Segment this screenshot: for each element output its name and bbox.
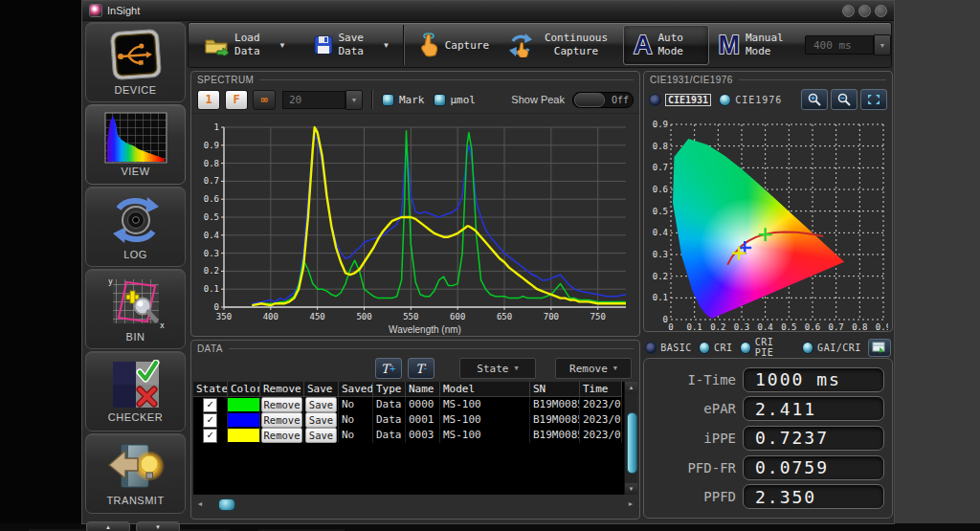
zoom-out-button[interactable] <box>831 89 858 110</box>
remove-button[interactable]: Remove <box>261 397 302 412</box>
bin-chart-icon: y x <box>107 276 165 329</box>
mark-toggle-led[interactable] <box>382 94 394 106</box>
cri-pie-label[interactable]: CRI PIE <box>755 337 795 358</box>
column-header-name[interactable]: Name <box>406 382 440 397</box>
state-checkbox[interactable]: ✓ <box>203 413 217 428</box>
svg-text:0.8: 0.8 <box>204 159 219 168</box>
remove-button[interactable]: Remove <box>261 412 302 428</box>
scroll-left-icon[interactable]: ◄ <box>195 500 205 507</box>
average-count-dropdown-icon[interactable]: ▼ <box>345 90 363 110</box>
cie1931-label[interactable]: CIE1931 <box>665 94 711 106</box>
titlebar[interactable]: InSight <box>82 1 894 21</box>
color-swatch[interactable] <box>228 413 259 427</box>
sidebar-scroll-up-button[interactable]: ▲ <box>86 521 130 531</box>
gai-cri-radio[interactable] <box>802 342 813 354</box>
full-view-button[interactable]: F <box>225 90 248 110</box>
vertical-scroll-thumb[interactable] <box>627 412 637 474</box>
cie1976-radio[interactable] <box>719 94 731 106</box>
zoom-in-button[interactable] <box>801 89 828 110</box>
column-header-sn[interactable]: SN <box>530 382 580 397</box>
umol-toggle-led[interactable] <box>434 94 446 106</box>
cie1931-radio[interactable] <box>649 94 661 106</box>
svg-text:650: 650 <box>497 312 512 321</box>
sidebar-item-log[interactable]: LOG <box>85 187 186 267</box>
close-button[interactable] <box>875 5 887 17</box>
continuous-capture-button[interactable]: Continuous Capture <box>499 23 623 67</box>
sidebar-item-device[interactable]: DEVICE <box>85 22 186 102</box>
save-data-button[interactable]: Save Data ▼ <box>304 23 400 67</box>
measurement-tabs: BASIC CRI CRI PIE GAI/CRI <box>643 340 893 355</box>
cri-radio[interactable] <box>699 342 710 354</box>
gai-cri-label[interactable]: GAI/CRI <box>817 343 861 353</box>
cie1976-label[interactable]: CIE1976 <box>735 95 782 105</box>
column-header-saved[interactable]: Saved <box>339 382 373 397</box>
sidebar-item-checker[interactable]: CHECKER <box>85 351 186 431</box>
column-header-model[interactable]: Model <box>440 382 530 397</box>
color-swatch[interactable] <box>228 398 259 411</box>
mark-label: Mark <box>399 94 425 106</box>
remove-menu-button[interactable]: Remove▼ <box>555 358 632 379</box>
auto-mode-button[interactable]: A Auto Mode <box>623 25 709 65</box>
column-header-time[interactable]: Time <box>580 382 622 397</box>
add-row-button[interactable]: T+ <box>375 358 402 379</box>
column-header-type[interactable]: Type <box>373 382 406 397</box>
column-header-save[interactable]: Save <box>304 382 339 397</box>
export-button[interactable] <box>868 339 891 357</box>
state-menu-button[interactable]: State▼ <box>459 358 536 379</box>
single-view-button[interactable]: 1 <box>197 90 220 110</box>
infinity-average-button[interactable]: ∞ <box>253 90 276 110</box>
load-data-button[interactable]: Load Data ▼ <box>194 23 296 67</box>
average-count-select[interactable]: 20 ▼ <box>282 90 363 110</box>
state-checkbox[interactable]: ✓ <box>203 429 217 443</box>
sidebar-item-bin[interactable]: y x BIN <box>85 269 186 349</box>
svg-text:0.4: 0.4 <box>204 231 219 240</box>
column-header-color[interactable]: Color <box>228 382 260 397</box>
column-header-remove[interactable]: Remove <box>260 382 304 397</box>
svg-text:y: y <box>108 277 113 286</box>
state-checkbox[interactable]: ✓ <box>203 398 217 412</box>
horizontal-scroll-thumb[interactable] <box>218 498 235 511</box>
table-vertical-scrollbar[interactable]: ▲ ▼ <box>624 382 637 495</box>
type-cell: Data <box>373 428 406 443</box>
name-cell: 0003 <box>406 428 440 443</box>
ippe-label: iPPE <box>703 431 736 446</box>
svg-text:750: 750 <box>590 312 606 321</box>
state-checkbox-cell: ✓ <box>193 428 228 443</box>
svg-text:0.5: 0.5 <box>204 212 219 222</box>
scroll-right-icon[interactable]: ► <box>626 500 635 507</box>
capture-button[interactable]: Capture <box>409 23 499 67</box>
svg-text:0.3: 0.3 <box>204 249 219 258</box>
pfdfr-label: PFD-FR <box>687 460 736 476</box>
open-folder-icon <box>204 34 229 55</box>
basic-label[interactable]: BASIC <box>660 343 692 353</box>
remove-button[interactable]: Remove <box>261 428 302 443</box>
show-peak-toggle[interactable]: Off <box>572 92 634 108</box>
average-count-value: 20 <box>282 91 345 109</box>
sidebar-scroll-down-button[interactable]: ▼ <box>136 521 180 531</box>
integration-time-select[interactable]: 400 ms ▼ <box>805 34 891 55</box>
sidebar-item-transmit[interactable]: TRANSMIT <box>85 433 186 514</box>
color-swatch[interactable] <box>228 429 259 442</box>
table-row: ✓RemoveSaveNoData0003MS-100B19M00852023/… <box>193 428 637 443</box>
fit-view-button[interactable] <box>860 89 887 110</box>
maximize-button[interactable] <box>858 5 871 17</box>
column-header-state[interactable]: State <box>193 382 228 397</box>
cri-label[interactable]: CRI <box>714 343 733 353</box>
manual-mode-icon: M <box>719 33 741 58</box>
save-button[interactable]: Save <box>305 428 338 443</box>
integration-time-dropdown-icon[interactable]: ▼ <box>874 34 891 55</box>
manual-mode-button[interactable]: M Manual Mode <box>709 23 796 67</box>
save-button[interactable]: Save <box>305 397 338 412</box>
minimize-button[interactable] <box>842 5 855 17</box>
usb-icon <box>106 29 166 82</box>
save-button[interactable]: Save <box>305 412 338 428</box>
cri-pie-radio[interactable] <box>740 342 751 354</box>
scroll-up-icon[interactable]: ▲ <box>625 382 637 393</box>
delete-row-button[interactable]: T- <box>408 358 434 379</box>
basic-radio[interactable] <box>645 342 657 354</box>
scroll-down-icon[interactable]: ▼ <box>625 483 637 495</box>
measurement-values-box: I-Time1000 ms ePAR2.411 iPPE0.7237 PFD-F… <box>643 358 893 519</box>
sidebar-item-view[interactable]: VIEW <box>85 104 186 185</box>
epar-label: ePAR <box>703 401 736 416</box>
table-horizontal-scrollbar[interactable]: ◄ ► <box>195 498 635 510</box>
